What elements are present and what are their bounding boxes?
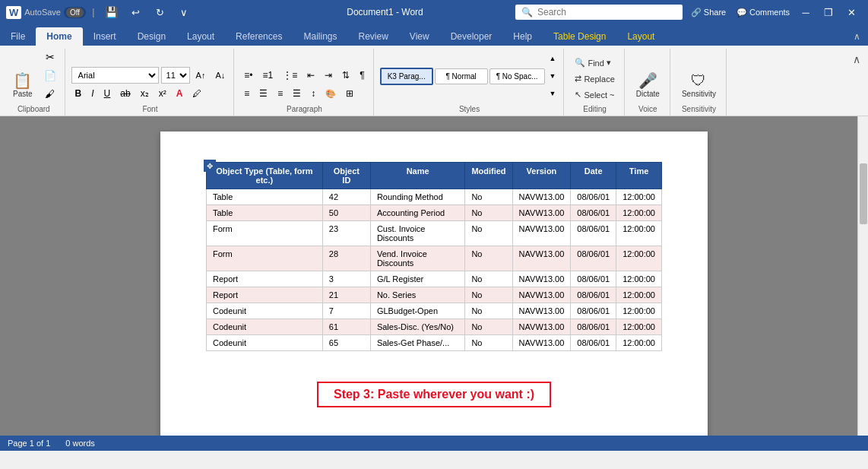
paste-button[interactable]: 📋 Paste [8, 69, 38, 102]
table-cell-2-3: No [465, 221, 512, 246]
redo-button[interactable]: ↻ [149, 5, 170, 20]
tab-review[interactable]: Review [347, 27, 398, 46]
justify-button[interactable]: ☰ [289, 85, 305, 102]
align-center-button[interactable]: ☰ [255, 85, 271, 102]
tab-table-design[interactable]: Table Design [543, 27, 616, 46]
bold-button[interactable]: B [71, 85, 86, 102]
find-button[interactable]: 🔍 Find ▾ [570, 55, 619, 70]
copy-button[interactable]: 📄 [40, 67, 60, 84]
multilevel-button[interactable]: ⋮≡ [279, 67, 301, 84]
col-header-name: Name [370, 163, 464, 189]
table-row: Table50Accounting PeriodNoNAVW13.0008/06… [207, 205, 662, 221]
minimize-button[interactable]: ─ [795, 5, 816, 20]
tab-design[interactable]: Design [127, 27, 176, 46]
tab-references[interactable]: References [225, 27, 293, 46]
cut-button[interactable]: ✂ [40, 49, 60, 65]
font-color-button[interactable]: A [173, 85, 187, 102]
k3-para-label: K3 Parag... [388, 72, 426, 81]
line-spacing-button[interactable]: ↕ [307, 85, 319, 102]
select-button[interactable]: ↖ Select ~ [570, 87, 619, 102]
autosave-toggle[interactable]: Off [64, 7, 86, 18]
tab-view[interactable]: View [399, 27, 440, 46]
format-painter-button[interactable]: 🖌 [40, 85, 60, 102]
style-no-spacing[interactable]: ¶ No Spac... [489, 68, 545, 84]
subscript-button[interactable]: x₂ [137, 85, 153, 102]
autosave-state[interactable]: Off [66, 8, 84, 17]
table-cell-0-0: Table [207, 189, 323, 205]
table-cell-0-5: 08/06/01 [571, 189, 616, 205]
search-icon: 🔍 [521, 7, 533, 17]
sensitivity-label: Sensitivity [682, 90, 716, 98]
tab-help[interactable]: Help [502, 27, 543, 46]
col-header-version: Version [512, 163, 571, 189]
font-size-select[interactable]: 11 [161, 67, 190, 84]
increase-font-button[interactable]: A↑ [192, 67, 210, 84]
superscript-button[interactable]: x² [155, 85, 170, 102]
decrease-font-button[interactable]: A↓ [211, 67, 229, 84]
font-group: Arial 11 A↑ A↓ B I U ab x₂ x² [71, 67, 230, 102]
decrease-indent-button[interactable]: ⇤ [303, 67, 318, 84]
borders-button[interactable]: ⊞ [342, 85, 357, 102]
font-name-select[interactable]: Arial [71, 67, 159, 84]
table-cell-8-3: No [465, 335, 512, 351]
more-commands-button[interactable]: ∨ [173, 5, 195, 20]
dictate-label: Dictate [636, 90, 660, 98]
scrollbar-thumb[interactable] [860, 163, 867, 224]
step3-container: Step 3: Paste wherever you want :) [206, 366, 662, 407]
tab-mailings[interactable]: Mailings [293, 27, 347, 46]
find-label: Find [588, 59, 603, 68]
styles-up-button[interactable]: ▲ [546, 50, 559, 67]
strikethrough-button[interactable]: ab [116, 85, 134, 102]
styles-more-button[interactable]: ▼ [546, 85, 559, 102]
align-right-button[interactable]: ≡ [274, 85, 287, 102]
show-para-button[interactable]: ¶ [356, 67, 368, 84]
move-icon: ✥ [207, 162, 213, 170]
tab-developer[interactable]: Developer [440, 27, 503, 46]
table-cell-0-1: 42 [322, 189, 370, 205]
table-move-handle[interactable]: ✥ [204, 160, 216, 172]
underline-button[interactable]: U [100, 85, 115, 102]
restore-button[interactable]: ❐ [818, 5, 839, 20]
dictate-button[interactable]: 🎤 Dictate [631, 69, 665, 102]
font-controls: Arial 11 A↑ A↓ B I U ab x₂ x² [71, 49, 230, 103]
ribbon-minimize-icon[interactable]: ∧ [851, 52, 862, 67]
normal-label: ¶ Normal [445, 72, 476, 81]
para-row-2: ≡ ☰ ≡ ☰ ↕ 🎨 ⊞ [240, 85, 368, 102]
style-k3-paragraph[interactable]: K3 Parag... [380, 68, 433, 85]
style-normal[interactable]: ¶ Normal [435, 68, 488, 84]
word-count: 0 words [65, 439, 95, 448]
styles-down-button[interactable]: ▼ [546, 68, 559, 84]
share-button[interactable]: 🔗 Share [686, 5, 731, 20]
voice-controls: 🎤 Dictate [631, 49, 665, 103]
numbering-button[interactable]: ≡1 [258, 67, 277, 84]
vertical-scrollbar[interactable] [857, 116, 868, 436]
tab-insert[interactable]: Insert [83, 27, 127, 46]
styles-section: K3 Parag... ¶ Normal ¶ No Spac... ▲ ▼ ▼ [380, 50, 559, 102]
replace-button[interactable]: ⇄ Replace [570, 71, 619, 86]
undo-button[interactable]: ↩ [125, 5, 146, 20]
comments-button[interactable]: 💬 Comments [733, 5, 794, 20]
search-input[interactable] [537, 7, 659, 17]
increase-indent-button[interactable]: ⇥ [321, 67, 336, 84]
bullets-button[interactable]: ≡• [240, 67, 256, 84]
tab-home[interactable]: Home [36, 27, 82, 46]
save-button[interactable]: 💾 [100, 5, 122, 20]
title-bar-left: W AutoSave Off | 💾 ↩ ↻ ∨ [6, 5, 255, 20]
tab-file[interactable]: File [0, 27, 36, 46]
table-cell-3-5: 08/06/01 [571, 246, 616, 271]
group-editing: 🔍 Find ▾ ⇄ Replace ↖ Select ~ Editing [565, 49, 624, 116]
italic-button[interactable]: I [87, 85, 97, 102]
close-button[interactable]: ✕ [841, 5, 862, 20]
tab-layout[interactable]: Layout [176, 27, 225, 46]
sensitivity-button[interactable]: 🛡 Sensitivity [676, 69, 721, 102]
align-left-button[interactable]: ≡ [240, 85, 253, 102]
highlight-button[interactable]: 🖊 [188, 85, 205, 102]
table-cell-1-2: Accounting Period [370, 205, 464, 221]
select-label: Select ~ [584, 90, 614, 100]
ribbon-collapse-icon[interactable]: ∧ [852, 30, 862, 43]
sort-button[interactable]: ⇅ [338, 67, 353, 84]
table-cell-7-4: NAVW13.00 [512, 319, 571, 335]
tab-table-layout[interactable]: Layout [616, 27, 665, 46]
microphone-icon: 🎤 [638, 73, 657, 88]
shading-button[interactable]: 🎨 [322, 85, 340, 102]
